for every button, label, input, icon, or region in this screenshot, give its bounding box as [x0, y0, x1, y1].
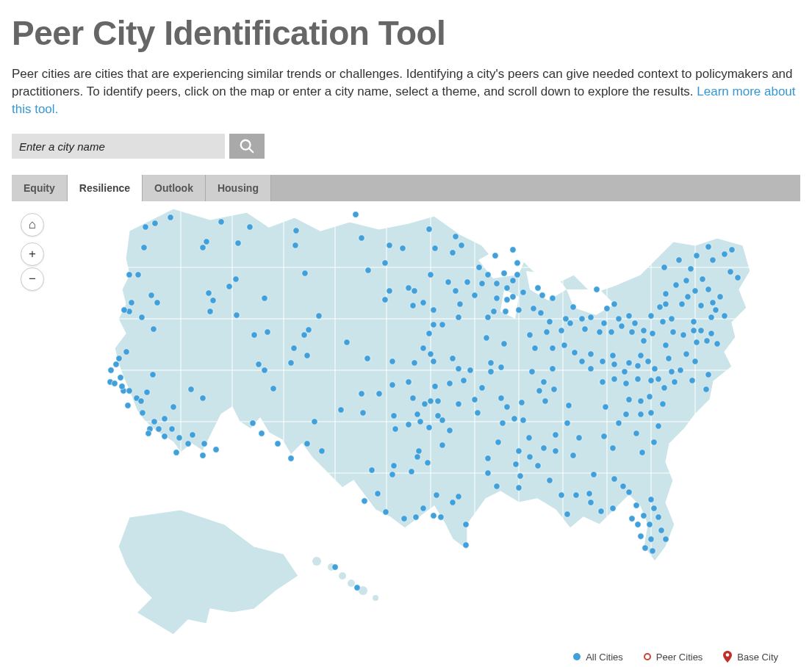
- city-dot[interactable]: [375, 491, 381, 497]
- city-dot[interactable]: [622, 369, 628, 375]
- city-dot[interactable]: [579, 358, 585, 364]
- city-dot[interactable]: [679, 301, 685, 307]
- city-dot[interactable]: [332, 564, 338, 570]
- city-dot[interactable]: [541, 379, 547, 385]
- city-dot[interactable]: [439, 322, 445, 328]
- city-dot[interactable]: [542, 398, 548, 404]
- city-dot[interactable]: [417, 419, 423, 425]
- city-dot[interactable]: [638, 398, 644, 404]
- city-dot[interactable]: [479, 385, 485, 391]
- city-dot[interactable]: [488, 369, 494, 375]
- city-dot[interactable]: [672, 379, 678, 385]
- city-dot[interactable]: [600, 358, 606, 364]
- city-dot[interactable]: [256, 361, 262, 367]
- city-dot[interactable]: [445, 279, 451, 285]
- city-dot[interactable]: [510, 294, 516, 300]
- city-dot[interactable]: [705, 244, 711, 250]
- city-dot[interactable]: [494, 281, 500, 286]
- city-dot[interactable]: [139, 314, 145, 320]
- city-dot[interactable]: [610, 353, 616, 358]
- city-dot[interactable]: [520, 417, 526, 423]
- city-dot[interactable]: [704, 338, 710, 344]
- city-dot[interactable]: [535, 285, 541, 291]
- city-dot[interactable]: [705, 286, 711, 292]
- city-dot[interactable]: [262, 295, 267, 301]
- map-zoom-in-button[interactable]: +: [21, 242, 44, 266]
- city-dot[interactable]: [200, 395, 206, 401]
- city-dot[interactable]: [494, 295, 500, 301]
- search-button[interactable]: [229, 134, 265, 159]
- city-dot[interactable]: [152, 220, 158, 226]
- city-dot[interactable]: [623, 411, 629, 417]
- city-dot[interactable]: [494, 483, 500, 489]
- city-dot[interactable]: [432, 383, 438, 389]
- city-dot[interactable]: [200, 245, 206, 250]
- city-dot[interactable]: [611, 361, 617, 367]
- city-dot[interactable]: [591, 472, 597, 477]
- city-dot[interactable]: [428, 398, 434, 404]
- city-dot[interactable]: [409, 469, 414, 475]
- city-dot[interactable]: [651, 505, 657, 511]
- city-dot[interactable]: [414, 454, 420, 460]
- city-dot[interactable]: [467, 367, 473, 373]
- city-dot[interactable]: [529, 369, 535, 375]
- city-dot[interactable]: [344, 339, 350, 345]
- city-dot[interactable]: [703, 386, 709, 392]
- city-dot[interactable]: [450, 356, 456, 361]
- city-dot[interactable]: [118, 375, 123, 381]
- city-dot[interactable]: [652, 366, 658, 372]
- city-dot[interactable]: [651, 439, 657, 445]
- city-dot[interactable]: [632, 320, 638, 326]
- city-dot[interactable]: [485, 470, 491, 476]
- city-dot[interactable]: [576, 435, 582, 441]
- city-dot[interactable]: [514, 260, 520, 266]
- tab-equity[interactable]: Equity: [12, 175, 68, 201]
- city-dot[interactable]: [354, 585, 360, 591]
- city-dot[interactable]: [516, 307, 522, 313]
- city-dot[interactable]: [710, 257, 716, 263]
- city-dot[interactable]: [359, 391, 364, 397]
- city-dot[interactable]: [145, 430, 151, 436]
- city-dot[interactable]: [691, 319, 697, 325]
- city-dot[interactable]: [112, 381, 118, 386]
- city-dot[interactable]: [204, 239, 209, 245]
- city-dot[interactable]: [247, 224, 253, 230]
- city-dot[interactable]: [663, 536, 669, 542]
- city-dot[interactable]: [431, 307, 436, 313]
- city-dot[interactable]: [513, 461, 519, 467]
- city-dot[interactable]: [447, 381, 453, 386]
- city-dot[interactable]: [598, 508, 604, 514]
- city-dot[interactable]: [676, 257, 682, 263]
- city-dot[interactable]: [629, 329, 635, 335]
- city-dot[interactable]: [413, 514, 419, 520]
- city-dot[interactable]: [425, 460, 431, 466]
- city-dot[interactable]: [638, 411, 644, 417]
- city-dot[interactable]: [566, 403, 572, 408]
- city-dot[interactable]: [660, 319, 666, 325]
- city-dot[interactable]: [453, 288, 459, 294]
- city-dot[interactable]: [416, 448, 422, 454]
- city-dot[interactable]: [641, 338, 647, 344]
- city-dot[interactable]: [151, 419, 157, 425]
- city-dot[interactable]: [435, 413, 441, 419]
- city-dot[interactable]: [683, 278, 689, 284]
- city-dot[interactable]: [456, 494, 461, 500]
- city-dot[interactable]: [639, 450, 645, 455]
- city-dot[interactable]: [519, 400, 525, 405]
- city-dot[interactable]: [586, 491, 592, 497]
- city-dot[interactable]: [611, 301, 617, 307]
- city-dot[interactable]: [391, 463, 397, 469]
- city-dot[interactable]: [517, 473, 523, 479]
- city-dot[interactable]: [488, 360, 494, 366]
- city-dot[interactable]: [516, 448, 522, 454]
- city-dot[interactable]: [531, 306, 536, 311]
- city-dot[interactable]: [123, 349, 129, 355]
- city-dot[interactable]: [154, 300, 160, 306]
- city-dot[interactable]: [635, 363, 641, 369]
- city-dot[interactable]: [434, 492, 439, 498]
- city-dot[interactable]: [582, 326, 588, 332]
- city-dot[interactable]: [570, 304, 576, 310]
- city-dot[interactable]: [426, 331, 432, 336]
- city-dot[interactable]: [210, 298, 216, 303]
- city-dot[interactable]: [162, 416, 168, 422]
